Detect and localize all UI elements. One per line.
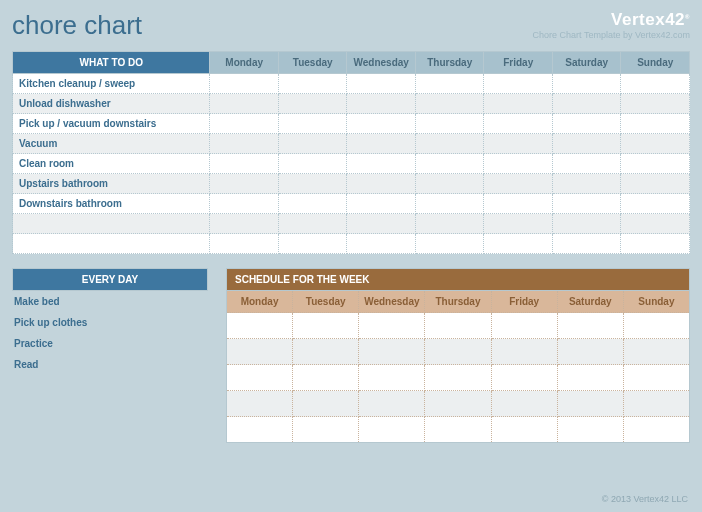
chore-cell[interactable] xyxy=(484,74,553,94)
schedule-cell[interactable] xyxy=(227,365,293,391)
chore-cell[interactable] xyxy=(552,94,621,114)
schedule-cell[interactable] xyxy=(227,313,293,339)
chore-cell[interactable] xyxy=(347,154,416,174)
schedule-cell[interactable] xyxy=(557,417,623,443)
chore-cell[interactable] xyxy=(552,154,621,174)
chore-cell[interactable] xyxy=(278,194,347,214)
logo-suffix: 42 xyxy=(665,10,685,29)
chore-cell[interactable] xyxy=(210,174,279,194)
chore-cell[interactable] xyxy=(347,114,416,134)
schedule-cell[interactable] xyxy=(293,339,359,365)
chore-cell[interactable] xyxy=(278,134,347,154)
chore-cell[interactable] xyxy=(484,174,553,194)
chore-cell[interactable] xyxy=(415,214,484,234)
schedule-cell[interactable] xyxy=(425,391,491,417)
chore-cell[interactable] xyxy=(415,234,484,254)
schedule-cell[interactable] xyxy=(491,339,557,365)
schedule-cell[interactable] xyxy=(293,391,359,417)
chore-cell[interactable] xyxy=(210,234,279,254)
chore-cell[interactable] xyxy=(484,214,553,234)
chore-cell[interactable] xyxy=(552,194,621,214)
schedule-cell[interactable] xyxy=(491,365,557,391)
schedule-cell[interactable] xyxy=(359,313,425,339)
chore-cell[interactable] xyxy=(278,234,347,254)
chore-cell[interactable] xyxy=(621,94,690,114)
chore-cell[interactable] xyxy=(210,214,279,234)
chore-cell[interactable] xyxy=(278,174,347,194)
chore-cell[interactable] xyxy=(347,74,416,94)
schedule-cell[interactable] xyxy=(293,417,359,443)
schedule-cell[interactable] xyxy=(425,365,491,391)
chore-cell[interactable] xyxy=(278,114,347,134)
chore-cell[interactable] xyxy=(621,234,690,254)
chore-cell[interactable] xyxy=(415,194,484,214)
chore-cell[interactable] xyxy=(621,74,690,94)
chore-cell[interactable] xyxy=(484,194,553,214)
chore-cell[interactable] xyxy=(415,94,484,114)
schedule-cell[interactable] xyxy=(227,391,293,417)
chore-cell[interactable] xyxy=(621,194,690,214)
chore-cell[interactable] xyxy=(347,194,416,214)
chore-cell[interactable] xyxy=(347,174,416,194)
chore-cell[interactable] xyxy=(347,214,416,234)
chore-cell[interactable] xyxy=(484,134,553,154)
chore-cell[interactable] xyxy=(484,234,553,254)
chore-cell[interactable] xyxy=(210,154,279,174)
chore-cell[interactable] xyxy=(552,234,621,254)
chore-cell[interactable] xyxy=(552,134,621,154)
schedule-cell[interactable] xyxy=(293,313,359,339)
chore-cell[interactable] xyxy=(552,174,621,194)
schedule-cell[interactable] xyxy=(227,339,293,365)
schedule-cell[interactable] xyxy=(491,391,557,417)
chore-cell[interactable] xyxy=(621,114,690,134)
chore-cell[interactable] xyxy=(415,154,484,174)
chore-cell[interactable] xyxy=(415,114,484,134)
schedule-cell[interactable] xyxy=(491,417,557,443)
chore-cell[interactable] xyxy=(415,74,484,94)
schedule-cell[interactable] xyxy=(623,417,689,443)
chore-cell[interactable] xyxy=(621,154,690,174)
schedule-cell[interactable] xyxy=(491,313,557,339)
chore-cell[interactable] xyxy=(347,134,416,154)
chore-name: Clean room xyxy=(13,154,210,174)
schedule-cell[interactable] xyxy=(557,391,623,417)
chore-cell[interactable] xyxy=(210,74,279,94)
chore-cell[interactable] xyxy=(278,154,347,174)
schedule-cell[interactable] xyxy=(227,417,293,443)
chore-cell[interactable] xyxy=(484,114,553,134)
chore-cell[interactable] xyxy=(484,94,553,114)
schedule-cell[interactable] xyxy=(425,313,491,339)
schedule-cell[interactable] xyxy=(623,365,689,391)
chore-cell[interactable] xyxy=(621,134,690,154)
chore-cell[interactable] xyxy=(347,234,416,254)
schedule-cell[interactable] xyxy=(623,313,689,339)
chore-cell[interactable] xyxy=(210,134,279,154)
chore-cell[interactable] xyxy=(621,214,690,234)
schedule-cell[interactable] xyxy=(359,365,425,391)
chore-cell[interactable] xyxy=(347,94,416,114)
chore-cell[interactable] xyxy=(484,154,553,174)
chore-cell[interactable] xyxy=(278,74,347,94)
chore-cell[interactable] xyxy=(278,94,347,114)
schedule-cell[interactable] xyxy=(359,339,425,365)
chore-cell[interactable] xyxy=(210,114,279,134)
chore-cell[interactable] xyxy=(552,214,621,234)
chore-cell[interactable] xyxy=(415,134,484,154)
schedule-cell[interactable] xyxy=(623,339,689,365)
chore-cell[interactable] xyxy=(552,114,621,134)
chore-cell[interactable] xyxy=(415,174,484,194)
chore-cell[interactable] xyxy=(552,74,621,94)
schedule-cell[interactable] xyxy=(359,391,425,417)
schedule-cell[interactable] xyxy=(359,417,425,443)
schedule-cell[interactable] xyxy=(557,365,623,391)
schedule-cell[interactable] xyxy=(623,391,689,417)
schedule-cell[interactable] xyxy=(557,313,623,339)
schedule-cell[interactable] xyxy=(425,417,491,443)
schedule-cell[interactable] xyxy=(425,339,491,365)
schedule-cell[interactable] xyxy=(557,339,623,365)
chore-cell[interactable] xyxy=(278,214,347,234)
chore-cell[interactable] xyxy=(621,174,690,194)
chore-cell[interactable] xyxy=(210,94,279,114)
schedule-cell[interactable] xyxy=(293,365,359,391)
chore-cell[interactable] xyxy=(210,194,279,214)
